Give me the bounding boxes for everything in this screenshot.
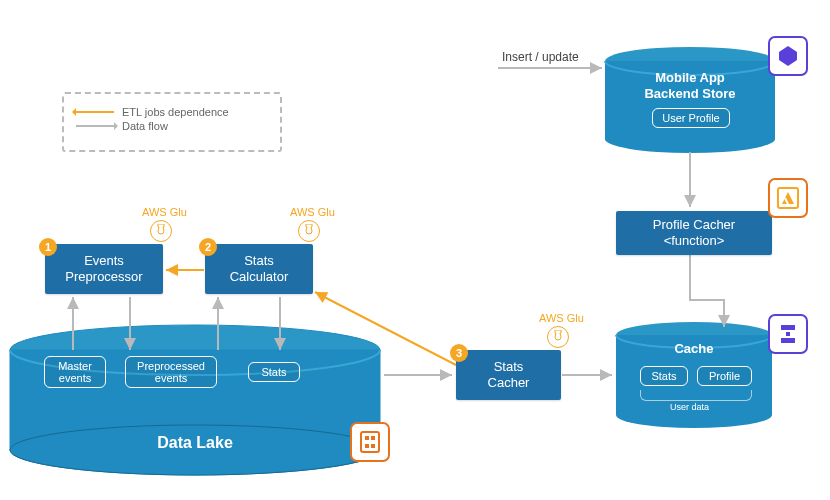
svg-rect-26 [781,325,795,330]
master-events-pill: Master events [44,356,106,388]
svg-rect-28 [786,332,790,336]
insert-update-label: Insert / update [502,50,579,64]
preprocessed-events-pill: Preprocessed events [125,356,217,388]
cache-stats-pill: Stats [640,366,688,386]
stats-calculator-box: Stats Calculator [205,244,313,294]
aws-glue-label: AWS Glu [142,206,187,218]
legend-flow-label: Data flow [122,120,168,132]
aws-glue-label: AWS Glu [539,312,584,324]
dynamodb-icon [768,36,808,76]
svg-rect-20 [365,436,369,440]
svg-rect-19 [361,432,379,452]
order-badge-2: 2 [199,238,217,256]
aws-glue-label: AWS Glu [290,206,335,218]
data-lake-title: Data Lake [10,434,380,452]
order-badge-3: 3 [450,344,468,362]
cache-title: Cache [616,341,772,356]
cache-userdata-label: User data [670,402,709,412]
svg-rect-21 [371,436,375,440]
profile-cacher-box: Profile Cacher <function> [616,211,772,255]
stats-cacher-box: Stats Cacher [456,350,561,400]
svg-rect-27 [781,338,795,343]
legend: ETL jobs dependence Data flow [62,92,282,152]
svg-rect-22 [365,444,369,448]
svg-rect-23 [371,444,375,448]
backend-store-title: Mobile App Backend Store [605,70,775,101]
events-preprocessor-box: Events Preprocessor [45,244,163,294]
legend-dep-label: ETL jobs dependence [122,106,229,118]
cache-profile-pill: Profile [697,366,752,386]
aws-glue-icon [298,220,320,242]
user-profile-pill: User Profile [652,108,730,128]
aws-glue-icon [150,220,172,242]
lambda-icon [768,178,808,218]
svg-point-6 [605,125,775,153]
stats-pill: Stats [248,362,300,382]
order-badge-1: 1 [39,238,57,256]
svg-marker-24 [779,46,797,66]
aws-glue-icon [547,326,569,348]
elasticache-icon [768,314,808,354]
hadoop-icon [350,422,390,462]
